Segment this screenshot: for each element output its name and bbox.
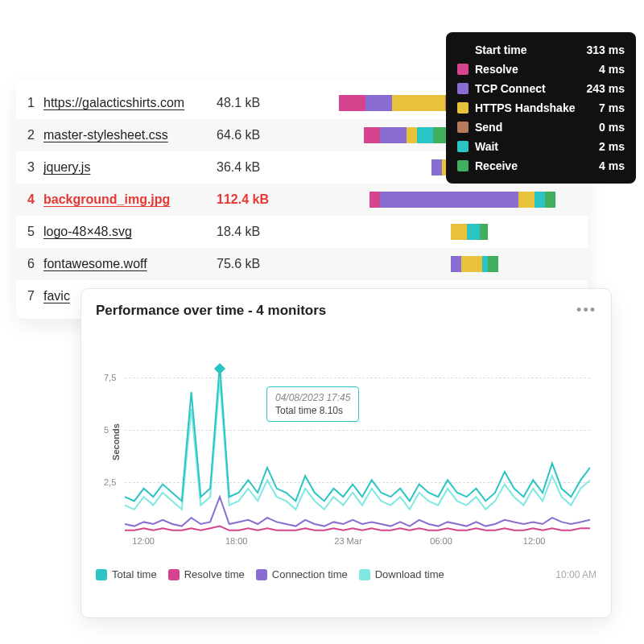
legend-swatch-icon <box>256 569 267 580</box>
tooltip-row: Resolve4 ms <box>457 60 625 79</box>
x-tick-label: 06:00 <box>430 536 452 546</box>
legend-label: Connection time <box>272 568 348 580</box>
row-index: 6 <box>27 257 43 271</box>
timing-segment <box>380 192 518 208</box>
timing-segment <box>467 224 481 240</box>
legend-swatch-icon <box>96 569 107 580</box>
y-tick-label: 7,5 <box>104 373 116 382</box>
timing-segment <box>365 95 392 111</box>
timing-bar[interactable] <box>451 256 498 272</box>
resource-size: 36.4 kB <box>217 160 297 175</box>
timing-segment <box>461 256 482 272</box>
waterfall-row[interactable]: 4background_img.jpg112.4 kB <box>16 184 588 216</box>
legend-label: Resolve time <box>184 568 245 580</box>
x-tick-label: 23 Mar <box>334 536 361 546</box>
timing-bar-area <box>297 256 576 272</box>
legend-item[interactable]: Download time <box>359 568 444 580</box>
tooltip-swatch-icon <box>457 83 469 94</box>
chart-timestamp: 10:00 AM <box>555 569 597 580</box>
y-tick-label: 5 <box>104 425 109 435</box>
row-index: 5 <box>27 225 43 239</box>
tooltip-row: HTTPS Handshake7 ms <box>457 98 625 118</box>
timing-segment <box>482 256 488 272</box>
legend-item[interactable]: Total time <box>96 568 157 580</box>
timing-segment <box>451 256 461 272</box>
tooltip-phase-label: Send <box>475 121 599 134</box>
legend-label: Total time <box>112 568 157 580</box>
resource-size: 112.4 kB <box>217 192 297 207</box>
performance-chart-panel: Performance over time - 4 monitors ••• S… <box>80 288 612 618</box>
tooltip-swatch-icon <box>457 102 469 114</box>
timing-segment <box>339 95 365 111</box>
resource-size: 18.4 kB <box>217 225 297 239</box>
chart-series-line[interactable] <box>125 526 590 530</box>
tooltip-start-label: Start time <box>475 43 587 56</box>
tooltip-swatch-icon <box>457 64 469 75</box>
timing-bar[interactable] <box>451 224 488 240</box>
tooltip-phase-value: 4 ms <box>599 63 625 76</box>
resource-link[interactable]: logo-48×48.svg <box>43 225 217 239</box>
chart-title: Performance over time - 4 monitors <box>96 303 576 319</box>
chart-y-axis-label: Seconds <box>111 423 121 460</box>
legend-swatch-icon <box>168 569 180 580</box>
chart-menu-icon[interactable]: ••• <box>576 302 597 319</box>
tooltip-row: Receive4 ms <box>457 156 625 175</box>
timing-segment <box>488 256 498 272</box>
row-index: 2 <box>27 128 43 142</box>
legend-item[interactable]: Resolve time <box>168 568 245 580</box>
chart-plot-area[interactable]: Seconds 2,557,5 04/08/2023 17:45 Total t… <box>125 325 590 559</box>
chart-hover-tooltip: 04/08/2023 17:45 Total time 8.10s <box>266 386 359 422</box>
y-tick-label: 2,5 <box>104 477 116 487</box>
timing-segment <box>535 192 545 208</box>
tooltip-phase-label: Receive <box>475 159 599 172</box>
tooltip-phase-label: TCP Connect <box>475 82 587 95</box>
legend-item[interactable]: Connection time <box>256 568 348 580</box>
x-tick-label: 18:00 <box>225 536 248 546</box>
resource-size: 48.1 kB <box>217 96 297 110</box>
chart-hover-date: 04/08/2023 17:45 <box>275 392 350 403</box>
resource-link[interactable]: background_img.jpg <box>43 192 217 207</box>
tooltip-swatch-icon <box>457 141 469 152</box>
resource-size: 75.6 kB <box>217 257 297 271</box>
tooltip-swatch-icon <box>457 160 469 171</box>
row-index: 3 <box>27 160 43 175</box>
tooltip-phase-label: Resolve <box>475 63 599 76</box>
resource-link[interactable]: jquery.js <box>43 160 217 175</box>
timing-segment <box>417 127 433 143</box>
timing-segment <box>369 192 380 208</box>
waterfall-row[interactable]: 5logo-48×48.svg18.4 kB <box>16 216 588 248</box>
x-tick-label: 12:00 <box>132 536 155 546</box>
legend-swatch-icon <box>359 569 370 580</box>
request-timing-tooltip: Start time 313 ms Resolve4 msTCP Connect… <box>446 32 636 184</box>
timing-bar-area <box>297 192 576 208</box>
waterfall-row[interactable]: 6fontawesome.woff75.6 kB <box>16 248 588 280</box>
tooltip-phase-value: 4 ms <box>599 159 625 172</box>
timing-segment <box>407 127 417 143</box>
chart-hover-value: Total time 8.10s <box>275 405 350 416</box>
row-index: 7 <box>27 289 43 303</box>
resource-link[interactable]: https://galacticshirts.com <box>43 96 217 110</box>
timing-segment <box>518 192 535 208</box>
tooltip-phase-label: Wait <box>475 140 599 153</box>
tooltip-phase-value: 7 ms <box>599 101 625 114</box>
tooltip-row: Wait2 ms <box>457 137 625 156</box>
timing-segment <box>431 159 442 175</box>
tooltip-row: Send0 ms <box>457 118 625 137</box>
timing-bar[interactable] <box>369 192 555 208</box>
row-index: 4 <box>27 192 43 207</box>
timing-segment <box>545 192 555 208</box>
timing-segment <box>480 224 488 240</box>
row-index: 1 <box>27 96 43 110</box>
tooltip-phase-value: 0 ms <box>599 121 625 134</box>
resource-link[interactable]: master-stylesheet.css <box>43 128 217 142</box>
x-tick-label: 12:00 <box>523 536 546 546</box>
tooltip-row: TCP Connect243 ms <box>457 79 625 98</box>
resource-size: 64.6 kB <box>217 128 297 142</box>
tooltip-phase-label: HTTPS Handshake <box>475 101 599 114</box>
tooltip-phase-value: 2 ms <box>599 140 625 153</box>
tooltip-phase-value: 243 ms <box>587 82 625 95</box>
timing-segment <box>392 95 445 111</box>
resource-link[interactable]: fontawesome.woff <box>43 257 217 271</box>
chart-series-line[interactable] <box>125 365 590 501</box>
legend-label: Download time <box>375 568 444 580</box>
